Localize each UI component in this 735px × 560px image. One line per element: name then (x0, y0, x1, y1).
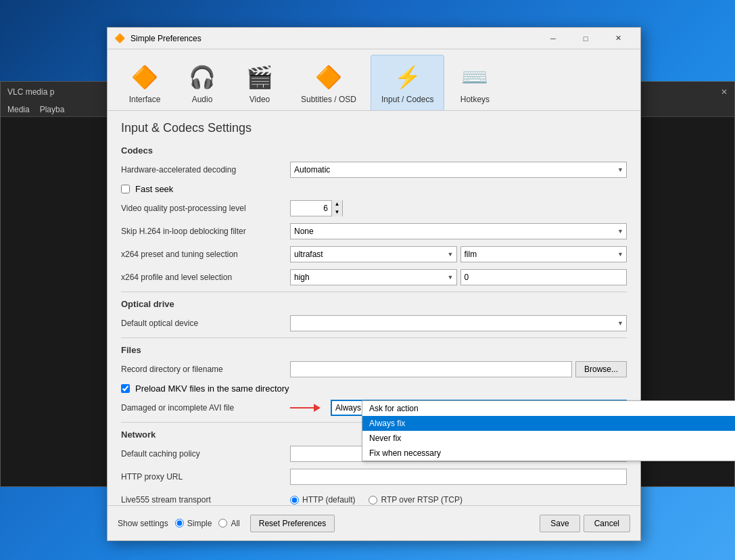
tab-input-codecs[interactable]: ⚡ Input / Codecs (371, 55, 444, 110)
rtp-radio-label[interactable]: RTP over RTSP (TCP) (369, 495, 462, 505)
skip-h264-control: None (290, 223, 627, 239)
video-quality-label: Video quality post-processing level (121, 204, 290, 213)
optical-device-select[interactable] (290, 315, 627, 331)
record-dir-input[interactable] (290, 361, 572, 377)
dropdown-item-never-fix[interactable]: Never fix (362, 431, 735, 446)
x264-tuning-select[interactable]: film (460, 246, 627, 262)
skip-h264-row: Skip H.264 in-loop deblocking filter Non… (121, 223, 627, 240)
x264-profile-label: x264 profile and level selection (121, 273, 290, 282)
page-title: Input & Codecs Settings (121, 121, 627, 135)
http-proxy-row: HTTP proxy URL (121, 468, 627, 486)
dialog-footer: Show settings Simple All Reset Preferenc… (108, 505, 640, 540)
save-button[interactable]: Save (540, 515, 579, 532)
x264-profile-row: x264 profile and level selection high (121, 269, 627, 286)
subtitles-icon: 🔶 (312, 61, 345, 93)
http-proxy-input[interactable] (290, 469, 627, 485)
optical-device-label: Default optical device (121, 319, 290, 328)
browse-button[interactable]: Browse... (575, 361, 627, 377)
tab-video[interactable]: 🎬 Video (233, 55, 287, 110)
vlc-menu-media[interactable]: Media (7, 105, 30, 114)
optical-divider (121, 291, 627, 292)
tab-input-label: Input / Codecs (381, 95, 433, 104)
tab-hotkeys[interactable]: ⌨️ Hotkeys (448, 55, 502, 110)
video-quality-down[interactable]: ▼ (331, 208, 342, 216)
x264-preset-select1-wrapper: ultrafast (290, 246, 457, 262)
x264-preset-label: x264 preset and tuning selection (121, 250, 290, 259)
rtp-radio-text: RTP over RTSP (TCP) (381, 495, 462, 505)
x264-preset-row: x264 preset and tuning selection ultrafa… (121, 246, 627, 263)
video-quality-row: Video quality post-processing level ▲ ▼ (121, 200, 627, 217)
dropdown-item-always-fix[interactable]: Always fix (362, 416, 735, 431)
skip-h264-select[interactable]: None (290, 223, 627, 239)
hardware-decoding-select-wrapper: Automatic (290, 162, 627, 178)
dropdown-item-fix-necessary[interactable]: Fix when necessary (362, 446, 735, 461)
record-dir-row: Record directory or filename Browse... (121, 360, 627, 378)
dialog-icon: 🔶 (114, 33, 125, 44)
hardware-decoding-label: Hardware-accelerated decoding (121, 165, 290, 174)
record-dir-label: Record directory or filename (121, 365, 290, 374)
simple-radio-text: Simple (187, 519, 212, 528)
damaged-avi-dropdown: Ask for action Always fix Never fix Fix … (362, 400, 735, 461)
minimize-button[interactable]: ─ (538, 28, 569, 49)
fast-seek-checkbox[interactable] (121, 185, 130, 193)
files-divider (121, 337, 627, 338)
optical-device-control (290, 315, 627, 331)
http-radio[interactable] (290, 496, 299, 505)
files-section-header: Files (121, 345, 627, 355)
preload-mkv-checkbox[interactable] (121, 384, 130, 393)
x264-profile-control: high (290, 269, 627, 285)
x264-level-input[interactable] (460, 269, 627, 285)
dialog-title-buttons: ─ □ ✕ (538, 28, 634, 49)
tab-subtitles[interactable]: 🔶 Subtitles / OSD (290, 55, 367, 110)
hardware-decoding-row: Hardware-accelerated decoding Automatic (121, 161, 627, 179)
interface-icon: 🔶 (128, 61, 161, 93)
skip-h264-label: Skip H.264 in-loop deblocking filter (121, 227, 290, 236)
x264-preset-control: ultrafast film (290, 246, 627, 262)
simple-radio[interactable] (175, 519, 184, 528)
x264-preset-select1[interactable]: ultrafast (290, 246, 457, 262)
arrow-head (314, 404, 321, 412)
x264-profile-select[interactable]: high (290, 269, 457, 285)
simple-radio-label[interactable]: Simple (175, 519, 212, 528)
x264-tuning-select-wrapper: film (460, 246, 627, 262)
http-proxy-control (290, 469, 627, 485)
hardware-decoding-select[interactable]: Automatic (290, 162, 627, 178)
reset-preferences-button[interactable]: Reset Preferences (250, 515, 335, 532)
caching-policy-label: Default caching policy (121, 449, 290, 459)
cancel-button[interactable]: Cancel (584, 515, 630, 532)
tab-hotkeys-label: Hotkeys (460, 95, 490, 104)
tab-audio[interactable]: 🎧 Audio (175, 55, 229, 110)
vlc-close-button[interactable]: ✕ (721, 87, 728, 97)
tab-audio-label: Audio (192, 95, 213, 104)
video-quality-up[interactable]: ▲ (331, 200, 342, 208)
http-radio-label[interactable]: HTTP (default) (290, 495, 355, 505)
fast-seek-label: Fast seek (135, 184, 173, 194)
tab-interface[interactable]: 🔶 Interface (118, 55, 172, 110)
simple-preferences-dialog: 🔶 Simple Preferences ─ □ ✕ 🔶 Interface 🎧… (107, 27, 641, 541)
input-codecs-icon: ⚡ (392, 61, 424, 93)
hardware-decoding-control: Automatic (290, 162, 627, 178)
arrow-indicator (290, 404, 331, 412)
video-quality-control: ▲ ▼ (290, 200, 627, 216)
vlc-menu-playback[interactable]: Playba (40, 105, 65, 114)
skip-h264-select-wrapper: None (290, 223, 627, 239)
all-radio[interactable] (218, 519, 227, 528)
optical-section-header: Optical drive (121, 299, 627, 309)
maximize-button[interactable]: □ (570, 28, 601, 49)
video-quality-spinner: ▲ ▼ (290, 200, 343, 216)
codecs-section-header: Codecs (121, 145, 627, 156)
video-quality-input[interactable] (291, 201, 331, 216)
video-icon: 🎬 (243, 61, 276, 93)
optical-device-row: Default optical device (121, 314, 627, 332)
rtp-radio[interactable] (369, 496, 377, 505)
video-quality-spinbuttons: ▲ ▼ (331, 200, 342, 216)
tab-video-label: Video (250, 95, 270, 104)
x264-profile-select-wrapper: high (290, 269, 457, 285)
http-proxy-label: HTTP proxy URL (121, 472, 290, 482)
all-radio-label[interactable]: All (218, 519, 239, 528)
close-button[interactable]: ✕ (602, 28, 634, 49)
dropdown-item-ask[interactable]: Ask for action (362, 401, 735, 416)
http-radio-text: HTTP (default) (302, 495, 355, 505)
arrow-line (290, 407, 314, 409)
preload-mkv-row: Preload MKV files in the same directory (121, 383, 627, 394)
